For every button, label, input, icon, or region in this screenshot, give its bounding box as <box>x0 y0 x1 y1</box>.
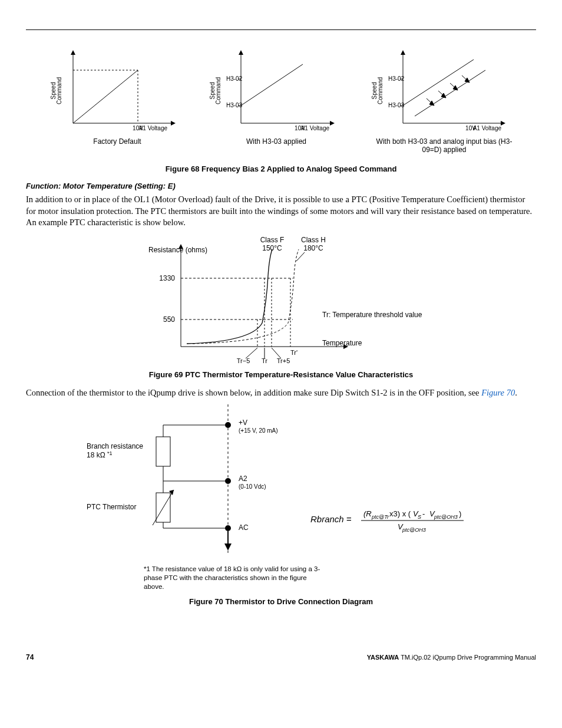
svg-text:A1 Voltage: A1 Voltage <box>139 125 168 131</box>
svg-marker-27 <box>401 50 405 55</box>
svg-line-31 <box>415 70 485 116</box>
svg-text:Branch resistance: Branch resistance <box>87 442 143 450</box>
fig69-svg: Resistance (ohms) 1330 550 Class F 150°C… <box>116 235 446 364</box>
fig68-chart-1: Speed Command 10V A1 Voltage Factory Def… <box>49 47 185 154</box>
svg-text:ptc@OH3: ptc@OH3 <box>434 514 458 520</box>
fig70-note: *1 The resistance value of 18 kΩ is only… <box>144 565 320 591</box>
para2-tail: . <box>515 388 517 397</box>
svg-text:ptc@OH3: ptc@OH3 <box>402 527 426 533</box>
fig70: +V (+15 V, 20 mA) A2 (0-10 Vdc) AC Branc… <box>26 404 536 558</box>
svg-text:Tr': Tr' <box>290 349 297 356</box>
paragraph-1: In addition to or in place of the OL1 (M… <box>26 194 536 229</box>
svg-text:18 kΩ *1: 18 kΩ *1 <box>87 450 113 459</box>
svg-marker-5 <box>171 121 176 126</box>
svg-text:(+15 V, 20 mA): (+15 V, 20 mA) <box>239 427 278 434</box>
svg-text:-: - <box>422 509 425 518</box>
svg-line-63 <box>296 252 305 261</box>
chart-svg: Speed Command H3-02 H3-03 10V A1 Voltage <box>371 47 518 135</box>
svg-text:Tr+5: Tr+5 <box>277 357 290 364</box>
fig68-charts: Speed Command 10V A1 Voltage Factory Def… <box>49 47 536 154</box>
svg-text:Tr−5: Tr−5 <box>237 357 250 364</box>
svg-text:): ) <box>459 509 461 518</box>
svg-text:Temperature: Temperature <box>322 339 362 347</box>
paragraph-2: Connection of the thermistor to the iQpu… <box>26 387 536 399</box>
svg-marker-29 <box>501 121 505 126</box>
svg-text:Resistance (ohms): Resistance (ohms) <box>148 246 207 254</box>
figure-70-link[interactable]: Figure 70 <box>481 388 515 397</box>
svg-text:550: 550 <box>163 315 175 324</box>
top-rule <box>26 29 536 30</box>
svg-text:(R: (R <box>363 509 372 518</box>
fig70-svg: +V (+15 V, 20 mA) A2 (0-10 Vdc) AC Branc… <box>75 404 487 558</box>
svg-text:(0-10 Vdc): (0-10 Vdc) <box>239 483 266 490</box>
svg-text:A1 Voltage: A1 Voltage <box>301 125 330 131</box>
svg-text:A2: A2 <box>239 475 247 483</box>
footer-brand: YASKAWA <box>367 654 399 661</box>
svg-text:ptc@Tr: ptc@Tr <box>371 514 389 520</box>
svg-line-6 <box>73 70 138 123</box>
svg-text:AC: AC <box>239 523 249 532</box>
svg-text:A1 Voltage: A1 Voltage <box>473 125 502 131</box>
chart-sub: With both H3-03 and analog input bias (H… <box>373 137 515 154</box>
svg-line-30 <box>403 60 474 106</box>
svg-text:Class H: Class H <box>301 236 326 244</box>
page-number: 74 <box>26 653 34 661</box>
fig68-caption: Figure 68 Frequency Bias 2 Applied to An… <box>26 164 536 173</box>
chart-svg: Speed Command H3-02 H3-03 10V A1 Voltage <box>209 47 344 135</box>
svg-marker-94 <box>224 543 232 551</box>
svg-line-17 <box>241 64 303 106</box>
svg-text:Command: Command <box>377 77 384 104</box>
svg-text:Tr: Tr <box>262 357 267 364</box>
svg-text:180°C: 180°C <box>303 244 323 252</box>
svg-text:150°C: 150°C <box>262 244 282 252</box>
svg-rect-84 <box>156 437 170 466</box>
svg-text:Command: Command <box>56 77 62 104</box>
svg-text:Class F: Class F <box>260 236 285 244</box>
svg-text:+V: +V <box>239 419 247 427</box>
svg-marker-14 <box>239 50 243 55</box>
para2-text: Connection of the thermistor to the iQpu… <box>26 388 481 397</box>
svg-text:1330: 1330 <box>159 274 175 282</box>
fig69-caption: Figure 69 PTC Thermistor Temperature-Res… <box>26 370 536 379</box>
svg-text:S: S <box>418 514 421 520</box>
svg-text:PTC Thermistor: PTC Thermistor <box>87 503 136 511</box>
section-heading: Function: Motor Temperature (Setting: E) <box>26 182 536 190</box>
svg-marker-16 <box>330 121 335 126</box>
fig68-chart-2: Speed Command H3-02 H3-03 10V A1 Voltage… <box>209 47 344 154</box>
footer-right: YASKAWA TM.iQp.02 iQpump Drive Programmi… <box>367 654 536 661</box>
chart-sub: With H3-03 applied <box>246 137 306 146</box>
chart-svg: Speed Command 10V A1 Voltage <box>49 47 185 135</box>
chart-sub: Factory Default <box>93 137 141 146</box>
fig69: Resistance (ohms) 1330 550 Class F 150°C… <box>26 235 536 364</box>
svg-text:x3) x (: x3) x ( <box>389 509 411 518</box>
svg-text:Command: Command <box>215 77 222 104</box>
footer-doc: TM.iQp.02 iQpump Drive Programming Manua… <box>399 654 536 661</box>
page-footer: 74 YASKAWA TM.iQp.02 iQpump Drive Progra… <box>26 653 536 661</box>
svg-text:Tr: Temperature threshold valu: Tr: Temperature threshold value <box>322 311 422 319</box>
svg-marker-3 <box>71 50 75 55</box>
svg-text:Rbranch  =: Rbranch = <box>310 514 352 524</box>
fig70-caption: Figure 70 Thermistor to Drive Connection… <box>26 597 536 606</box>
fig68-chart-3: Speed Command H3-02 H3-03 10V A1 Voltage <box>368 47 521 154</box>
